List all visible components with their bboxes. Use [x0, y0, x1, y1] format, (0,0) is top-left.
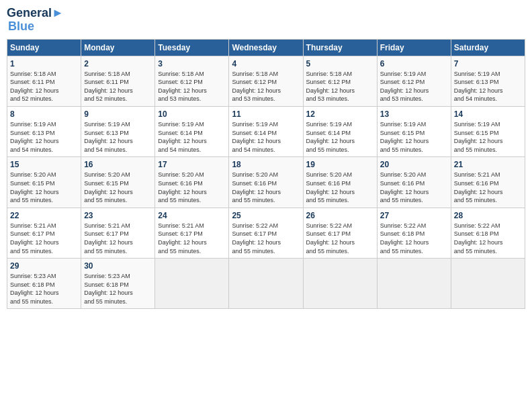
day-number: 9	[84, 109, 152, 119]
calendar-day-cell: 7Sunrise: 5:19 AM Sunset: 6:13 PM Daylig…	[451, 56, 525, 106]
day-info: Sunrise: 5:21 AM Sunset: 6:17 PM Dayligh…	[84, 222, 152, 255]
calendar-day-cell: 16Sunrise: 5:20 AM Sunset: 6:15 PM Dayli…	[81, 157, 155, 208]
day-of-week-header: Monday	[81, 39, 155, 56]
day-number: 12	[306, 109, 374, 119]
calendar-day-cell: 9Sunrise: 5:19 AM Sunset: 6:13 PM Daylig…	[81, 106, 155, 156]
day-of-week-header: Sunday	[7, 39, 81, 56]
day-info: Sunrise: 5:18 AM Sunset: 6:12 PM Dayligh…	[306, 70, 374, 103]
day-of-week-header: Tuesday	[155, 39, 229, 56]
day-number: 27	[380, 211, 448, 220]
day-info: Sunrise: 5:18 AM Sunset: 6:11 PM Dayligh…	[10, 70, 78, 103]
calendar-day-cell: 27Sunrise: 5:22 AM Sunset: 6:18 PM Dayli…	[377, 208, 451, 258]
calendar-day-cell: 23Sunrise: 5:21 AM Sunset: 6:17 PM Dayli…	[81, 208, 155, 258]
calendar-week-row: 15Sunrise: 5:20 AM Sunset: 6:15 PM Dayli…	[7, 157, 525, 208]
day-number: 29	[10, 261, 78, 271]
calendar-day-cell: 8Sunrise: 5:19 AM Sunset: 6:13 PM Daylig…	[7, 106, 81, 156]
calendar-day-cell: 5Sunrise: 5:18 AM Sunset: 6:12 PM Daylig…	[303, 56, 377, 106]
day-info: Sunrise: 5:21 AM Sunset: 6:16 PM Dayligh…	[454, 171, 522, 204]
day-info: Sunrise: 5:20 AM Sunset: 6:15 PM Dayligh…	[84, 171, 152, 204]
day-info: Sunrise: 5:19 AM Sunset: 6:12 PM Dayligh…	[380, 70, 448, 103]
day-number: 8	[10, 109, 78, 119]
calendar-day-cell: 10Sunrise: 5:19 AM Sunset: 6:14 PM Dayli…	[155, 106, 229, 156]
day-number: 15	[10, 160, 78, 169]
day-info: Sunrise: 5:19 AM Sunset: 6:13 PM Dayligh…	[454, 70, 522, 103]
day-info: Sunrise: 5:21 AM Sunset: 6:17 PM Dayligh…	[158, 222, 226, 255]
calendar-week-row: 1Sunrise: 5:18 AM Sunset: 6:11 PM Daylig…	[7, 56, 525, 106]
day-info: Sunrise: 5:19 AM Sunset: 6:13 PM Dayligh…	[10, 120, 78, 154]
calendar-week-row: 8Sunrise: 5:19 AM Sunset: 6:13 PM Daylig…	[7, 106, 525, 156]
day-number: 20	[380, 160, 448, 169]
day-number: 13	[380, 109, 448, 119]
logo-blue: Blue	[8, 20, 64, 34]
calendar-day-cell: 11Sunrise: 5:19 AM Sunset: 6:14 PM Dayli…	[229, 106, 303, 156]
day-number: 1	[10, 59, 78, 68]
calendar-week-row: 22Sunrise: 5:21 AM Sunset: 6:17 PM Dayli…	[7, 208, 525, 258]
day-info: Sunrise: 5:22 AM Sunset: 6:17 PM Dayligh…	[306, 222, 374, 255]
day-number: 17	[158, 160, 226, 169]
day-number: 11	[232, 109, 300, 119]
calendar-day-cell: 13Sunrise: 5:19 AM Sunset: 6:15 PM Dayli…	[377, 106, 451, 156]
day-of-week-header: Friday	[377, 39, 451, 56]
calendar-day-cell: 3Sunrise: 5:18 AM Sunset: 6:12 PM Daylig…	[155, 56, 229, 106]
day-of-week-header: Saturday	[451, 39, 525, 56]
calendar-day-cell: 24Sunrise: 5:21 AM Sunset: 6:17 PM Dayli…	[155, 208, 229, 258]
day-number: 2	[84, 59, 152, 68]
calendar-day-cell: 12Sunrise: 5:19 AM Sunset: 6:14 PM Dayli…	[303, 106, 377, 156]
day-number: 5	[306, 59, 374, 68]
calendar-day-cell	[155, 259, 229, 309]
calendar-table: SundayMondayTuesdayWednesdayThursdayFrid…	[7, 39, 525, 310]
day-number: 21	[454, 160, 522, 169]
day-of-week-header: Wednesday	[229, 39, 303, 56]
day-info: Sunrise: 5:20 AM Sunset: 6:16 PM Dayligh…	[158, 171, 226, 204]
day-number: 24	[158, 211, 226, 220]
calendar-day-cell	[303, 259, 377, 309]
day-number: 25	[232, 211, 300, 220]
day-info: Sunrise: 5:20 AM Sunset: 6:15 PM Dayligh…	[10, 171, 78, 204]
page-header: General► Blue	[7, 7, 525, 34]
calendar-header-row: SundayMondayTuesdayWednesdayThursdayFrid…	[7, 39, 525, 56]
day-info: Sunrise: 5:19 AM Sunset: 6:13 PM Dayligh…	[84, 120, 152, 154]
day-number: 26	[306, 211, 374, 220]
day-info: Sunrise: 5:19 AM Sunset: 6:14 PM Dayligh…	[158, 120, 226, 154]
calendar-day-cell: 19Sunrise: 5:20 AM Sunset: 6:16 PM Dayli…	[303, 157, 377, 208]
day-info: Sunrise: 5:19 AM Sunset: 6:14 PM Dayligh…	[232, 120, 300, 154]
calendar-day-cell: 26Sunrise: 5:22 AM Sunset: 6:17 PM Dayli…	[303, 208, 377, 258]
calendar-day-cell: 18Sunrise: 5:20 AM Sunset: 6:16 PM Dayli…	[229, 157, 303, 208]
day-number: 4	[232, 59, 300, 68]
day-number: 6	[380, 59, 448, 68]
day-info: Sunrise: 5:22 AM Sunset: 6:17 PM Dayligh…	[232, 222, 300, 255]
logo-text: General►	[7, 7, 64, 20]
day-info: Sunrise: 5:20 AM Sunset: 6:16 PM Dayligh…	[232, 171, 300, 204]
day-number: 28	[454, 211, 522, 220]
calendar-day-cell: 28Sunrise: 5:22 AM Sunset: 6:18 PM Dayli…	[451, 208, 525, 258]
calendar-day-cell: 20Sunrise: 5:20 AM Sunset: 6:16 PM Dayli…	[377, 157, 451, 208]
day-info: Sunrise: 5:20 AM Sunset: 6:16 PM Dayligh…	[380, 171, 448, 204]
day-number: 23	[84, 211, 152, 220]
day-number: 19	[306, 160, 374, 169]
calendar-day-cell: 2Sunrise: 5:18 AM Sunset: 6:11 PM Daylig…	[81, 56, 155, 106]
day-info: Sunrise: 5:23 AM Sunset: 6:18 PM Dayligh…	[84, 272, 152, 306]
day-number: 3	[158, 59, 226, 68]
calendar-day-cell: 22Sunrise: 5:21 AM Sunset: 6:17 PM Dayli…	[7, 208, 81, 258]
calendar-day-cell	[377, 259, 451, 309]
day-number: 7	[454, 59, 522, 68]
calendar-day-cell	[451, 259, 525, 309]
calendar-day-cell: 1Sunrise: 5:18 AM Sunset: 6:11 PM Daylig…	[7, 56, 81, 106]
day-info: Sunrise: 5:23 AM Sunset: 6:18 PM Dayligh…	[10, 272, 78, 306]
day-info: Sunrise: 5:18 AM Sunset: 6:12 PM Dayligh…	[232, 70, 300, 103]
calendar-day-cell	[229, 259, 303, 309]
calendar-day-cell: 15Sunrise: 5:20 AM Sunset: 6:15 PM Dayli…	[7, 157, 81, 208]
day-of-week-header: Thursday	[303, 39, 377, 56]
day-info: Sunrise: 5:21 AM Sunset: 6:17 PM Dayligh…	[10, 222, 78, 255]
day-info: Sunrise: 5:19 AM Sunset: 6:15 PM Dayligh…	[380, 120, 448, 154]
day-number: 18	[232, 160, 300, 169]
day-number: 10	[158, 109, 226, 119]
calendar-day-cell: 30Sunrise: 5:23 AM Sunset: 6:18 PM Dayli…	[81, 259, 155, 309]
day-info: Sunrise: 5:18 AM Sunset: 6:12 PM Dayligh…	[158, 70, 226, 103]
day-number: 14	[454, 109, 522, 119]
day-number: 16	[84, 160, 152, 169]
day-number: 22	[10, 211, 78, 220]
day-info: Sunrise: 5:19 AM Sunset: 6:14 PM Dayligh…	[306, 120, 374, 154]
calendar-day-cell: 6Sunrise: 5:19 AM Sunset: 6:12 PM Daylig…	[377, 56, 451, 106]
day-info: Sunrise: 5:18 AM Sunset: 6:11 PM Dayligh…	[84, 70, 152, 103]
